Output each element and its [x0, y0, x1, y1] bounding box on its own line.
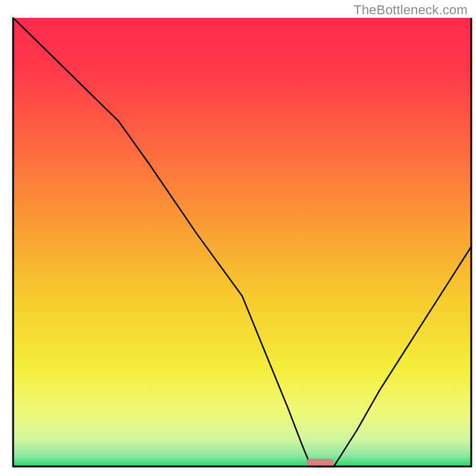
- watermark-text: TheBottleneck.com: [353, 2, 468, 18]
- optimal-range-marker: [306, 459, 334, 466]
- bottleneck-chart: [0, 0, 476, 476]
